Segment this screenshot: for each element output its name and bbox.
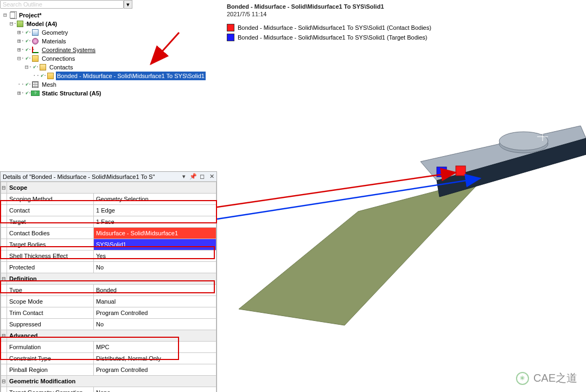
tree-label: Mesh: [41, 80, 58, 89]
twisty-plus-icon[interactable]: ⊞····: [17, 37, 23, 46]
details-panel: Details of "Bonded - Midsurface - Solid\…: [0, 171, 217, 392]
wechat-icon: ✳: [516, 372, 529, 385]
row-trim-contact[interactable]: Trim ContactProgram Controlled: [1, 307, 216, 319]
contacts-icon: [39, 63, 47, 71]
materials-icon: [31, 37, 40, 45]
contact-region-icon: [46, 72, 55, 80]
outline-search[interactable]: Search Outline: [0, 0, 124, 9]
row-pinball[interactable]: Pinball RegionProgram Controlled: [1, 364, 216, 376]
twisty-minus-icon[interactable]: ⊟····: [17, 54, 23, 63]
tree-item-project[interactable]: ⊟ Project*: [2, 11, 217, 20]
tree-item-static[interactable]: ⊞···· ✓ ? Static Structural (A5): [2, 89, 217, 98]
row-target[interactable]: Target1 Face: [1, 216, 216, 228]
tree-label: Materials: [41, 37, 67, 46]
tree-item-contacts[interactable]: ⊟··· ✓ Contacts: [2, 63, 217, 72]
twisty-plus-icon[interactable]: ⊞····: [17, 46, 23, 54]
twisty-minus-icon[interactable]: ⊟···: [25, 63, 31, 72]
tree-leaf-icon: ·····: [17, 80, 23, 89]
tree-item-bonded[interactable]: ····· ✓ Bonded - Midsurface - Solid\Mids…: [2, 72, 217, 80]
connections-icon: [31, 55, 40, 62]
details-grid: ⊟Scope Scoping MethodGeometry Selection …: [1, 182, 216, 392]
tree-label: Static Structural (A5): [41, 89, 102, 98]
tree-item-csys[interactable]: ⊞···· ✓ Coordinate Systems: [2, 46, 217, 54]
group-advanced[interactable]: ⊟Advanced: [1, 330, 216, 342]
watermark-text: CAE之道: [533, 371, 577, 385]
details-title: Details of "Bonded - Midsurface - Solid\…: [3, 173, 155, 180]
row-type[interactable]: TypeBonded: [1, 285, 216, 296]
chevron-down-icon: ▾: [126, 1, 130, 8]
check-icon: ✓: [23, 80, 31, 89]
group-scope[interactable]: ⊟Scope: [1, 182, 216, 194]
row-suppressed[interactable]: SuppressedNo: [1, 319, 216, 330]
row-contact-bodies[interactable]: Contact BodiesMidsurface - Solid\Midsurf…: [1, 228, 216, 239]
tree-item-connections[interactable]: ⊟···· ✓ Connections: [2, 54, 217, 63]
tree-item-geometry[interactable]: ⊞···· ✓ Geometry: [2, 28, 217, 37]
outline-search-placeholder: Search Outline: [3, 1, 42, 8]
graphics-area[interactable]: Bonded - Midsurface - Solid\Midsurface1 …: [222, 0, 586, 392]
tree-label: Contacts: [48, 63, 74, 72]
row-protected[interactable]: ProtectedNo: [1, 262, 216, 273]
row-shell-thickness[interactable]: Shell Thickness EffectYes: [1, 250, 216, 262]
check-icon: ✓: [23, 46, 31, 54]
undock-icon[interactable]: ◻: [199, 173, 206, 180]
model-scene: [222, 0, 586, 392]
twisty-minus-icon[interactable]: ⊟······: [10, 20, 16, 28]
target-marker: [437, 167, 447, 177]
row-contact[interactable]: Contact1 Edge: [1, 205, 216, 216]
geometry-icon: [31, 29, 40, 36]
dropdown-icon[interactable]: ▾: [180, 173, 188, 180]
group-geommod[interactable]: ⊟Geometric Modification: [1, 376, 216, 387]
tree-item-model[interactable]: ⊟······ Model (A4): [2, 20, 217, 28]
tree-item-materials[interactable]: ⊞···· ✓ Materials: [2, 37, 217, 46]
row-scoping-method[interactable]: Scoping MethodGeometry Selection: [1, 194, 216, 205]
watermark: ✳ CAE之道: [516, 371, 577, 385]
tree-label-selected: Bonded - Midsurface - Solid\Midsurface1 …: [56, 72, 206, 80]
csys-icon: [31, 46, 40, 54]
outline-search-dropdown[interactable]: ▾: [124, 0, 132, 9]
tree-label: Coordinate Systems: [41, 46, 97, 54]
model-icon: [16, 20, 24, 28]
check-icon: ✓: [39, 72, 46, 80]
tree-leaf-icon: ·····: [33, 72, 39, 80]
row-formulation[interactable]: FormulationMPC: [1, 342, 216, 353]
details-header: Details of "Bonded - Midsurface - Solid\…: [1, 172, 216, 182]
row-target-bodies[interactable]: Target BodiesSYS\Solid1: [1, 239, 216, 250]
twisty-plus-icon[interactable]: ⊞····: [17, 28, 23, 37]
static-structural-icon: ?: [31, 89, 40, 97]
close-icon[interactable]: ✕: [208, 173, 215, 180]
tree-label: Project*: [18, 11, 43, 20]
tree-item-mesh[interactable]: ····· ✓ Mesh: [2, 80, 217, 89]
check-question-icon: ✓: [23, 89, 31, 98]
pin-icon[interactable]: 📌: [189, 173, 197, 180]
outline-tree: ⊟ Project* ⊟······ Model (A4) ⊞···· ✓ Ge…: [0, 11, 217, 98]
contact-marker: [456, 166, 466, 176]
check-icon: ✓: [23, 28, 31, 37]
midsurface-body: [239, 179, 483, 325]
twisty-plus-icon[interactable]: ⊞····: [17, 89, 23, 98]
row-target-geom-corr[interactable]: Target Geometry CorrectionNone: [1, 387, 216, 393]
row-constraint-type[interactable]: Constraint TypeDistributed, Normal Only: [1, 353, 216, 364]
tree-label: Model (A4): [26, 20, 58, 28]
tree-label: Connections: [41, 54, 76, 63]
project-icon: [8, 11, 17, 19]
tree-label: Geometry: [41, 28, 69, 37]
group-definition[interactable]: ⊟Definition: [1, 273, 216, 285]
check-icon: ✓: [31, 63, 39, 72]
mesh-icon: [31, 81, 40, 88]
check-icon: ✓: [23, 37, 31, 46]
row-scope-mode[interactable]: Scope ModeManual: [1, 296, 216, 307]
boss-rim: [499, 132, 548, 150]
twisty-minus-icon[interactable]: ⊟: [2, 11, 8, 20]
check-icon: ✓: [23, 54, 31, 63]
